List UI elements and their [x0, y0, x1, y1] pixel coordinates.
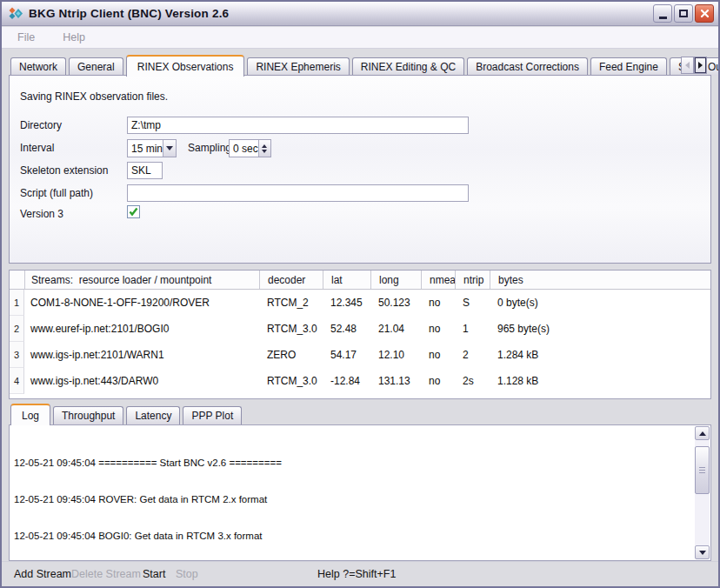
log-line: 12-05-21 09:45:04 ROVER: Get data in RTC…	[14, 493, 691, 505]
cell-nmea: no	[421, 342, 455, 368]
cell-mountpoint: www.igs-ip.net:2101/WARN1	[24, 342, 259, 368]
checkmark-icon	[129, 207, 138, 217]
tab-rinex-observations[interactable]: RINEX Observations	[126, 55, 245, 77]
close-button[interactable]	[695, 4, 714, 23]
cell-ntrip: 2	[455, 342, 490, 368]
skeleton-extension-input[interactable]	[127, 162, 163, 179]
tab-ppp-plot[interactable]: PPP Plot	[183, 406, 242, 424]
bottom-tab-bar: Log Throughput Latency PPP Plot	[10, 404, 242, 424]
cell-decoder: RTCM_3.0	[259, 316, 323, 342]
sampling-label: Sampling	[188, 142, 231, 154]
minimize-icon	[659, 17, 667, 19]
menu-bar: File Help	[2, 27, 718, 49]
header-lat: lat	[323, 271, 370, 289]
cell-lat: -12.84	[323, 368, 370, 394]
skeleton-extension-label: Skeleton extension	[20, 164, 108, 177]
version3-checkbox[interactable]	[127, 205, 140, 218]
cell-decoder: ZERO	[259, 342, 323, 368]
table-row[interactable]: 3 www.igs-ip.net:2101/WARN1 ZERO 54.17 1…	[10, 342, 710, 368]
scrollbar-down-icon	[699, 551, 706, 555]
spin-down-icon	[262, 150, 267, 153]
menu-file[interactable]: File	[14, 30, 38, 45]
table-row[interactable]: 1 COM1-8-NONE-1-OFF-19200/ROVER RTCM_2 1…	[10, 290, 710, 316]
cell-long: 131.13	[370, 368, 421, 394]
tab-rinex-editing-qc[interactable]: RINEX Editing & QC	[352, 57, 464, 76]
interval-dropdown-button[interactable]	[163, 140, 176, 157]
header-rownum	[10, 271, 24, 289]
header-bytes: bytes	[490, 271, 710, 289]
log-line: 12-05-21 09:45:04 ========== Start BNC v…	[14, 457, 691, 469]
row-number: 3	[10, 342, 24, 368]
tab-scroll-left-button[interactable]	[681, 57, 694, 74]
cell-long: 21.04	[370, 316, 421, 342]
interval-select[interactable]: 15 min	[127, 139, 177, 157]
footer-bar: Add Stream Delete Stream Start Stop Help…	[2, 561, 718, 586]
sampling-stepper[interactable]: 0 sec	[229, 139, 271, 157]
cell-ntrip: 1	[455, 316, 490, 342]
table-row[interactable]: 4 www.igs-ip.net:443/DARW0 RTCM_3.0 -12.…	[10, 368, 710, 394]
cell-bytes: 1.128 kB	[490, 368, 710, 394]
log-panel[interactable]: 12-05-21 09:45:04 ========== Start BNC v…	[9, 424, 711, 561]
header-ntrip: ntrip	[455, 271, 490, 289]
bnc-window: BKG Ntrip Client (BNC) Version 2.6 File …	[0, 0, 720, 588]
cell-bytes: 1.284 kB	[490, 342, 710, 368]
help-shortcut-label: Help ?=Shift+F1	[317, 568, 396, 580]
tab-network[interactable]: Network	[10, 57, 66, 76]
delete-stream-button[interactable]: Delete Stream	[71, 568, 141, 580]
cell-long: 12.10	[370, 342, 421, 368]
start-button[interactable]: Start	[143, 568, 165, 580]
maximize-button[interactable]	[674, 4, 693, 23]
cell-mountpoint: www.igs-ip.net:443/DARW0	[24, 368, 259, 394]
directory-input[interactable]	[127, 117, 469, 134]
row-number: 1	[10, 290, 24, 316]
scrollbar-up-button[interactable]	[695, 426, 710, 440]
spin-up-icon	[262, 144, 267, 148]
script-path-label: Script (full path)	[20, 187, 93, 199]
directory-label: Directory	[20, 119, 62, 131]
tab-feed-engine[interactable]: Feed Engine	[590, 57, 667, 76]
sampling-spin-buttons[interactable]	[258, 140, 270, 157]
bnc-logo-icon	[8, 6, 23, 22]
header-nmea: nmea	[421, 271, 455, 289]
cell-lat: 54.17	[323, 342, 370, 368]
tab-scroll-right-button[interactable]	[694, 57, 707, 74]
cell-nmea: no	[421, 316, 455, 342]
scrollbar-thumb[interactable]	[695, 446, 710, 494]
cell-decoder: RTCM_2	[259, 290, 323, 316]
panel-description: Saving RINEX observation files.	[20, 90, 168, 103]
main-tab-bar: Network General RINEX Observations RINEX…	[10, 54, 720, 76]
cell-long: 50.123	[370, 290, 421, 316]
streams-table: Streams: resource loader / mountpoint de…	[9, 270, 711, 399]
row-number: 4	[10, 368, 24, 394]
cell-nmea: no	[421, 290, 455, 316]
tab-latency[interactable]: Latency	[126, 406, 180, 424]
add-stream-button[interactable]: Add Stream	[14, 568, 71, 580]
interval-label: Interval	[20, 142, 54, 154]
streams-table-header: Streams: resource loader / mountpoint de…	[10, 271, 710, 290]
row-number: 2	[10, 316, 24, 342]
title-bar: BKG Ntrip Client (BNC) Version 2.6	[2, 2, 718, 26]
tab-rinex-ephemeris[interactable]: RINEX Ephemeris	[247, 57, 349, 76]
cell-decoder: RTCM_3.0	[259, 368, 323, 394]
script-path-input[interactable]	[127, 184, 469, 202]
cell-lat: 12.345	[323, 290, 370, 316]
minimize-button[interactable]	[653, 4, 672, 23]
cell-lat: 52.48	[323, 316, 370, 342]
cell-nmea: no	[421, 368, 455, 394]
cell-mountpoint: COM1-8-NONE-1-OFF-19200/ROVER	[24, 290, 259, 316]
tab-general[interactable]: General	[69, 57, 123, 76]
scrollbar-up-icon	[699, 431, 706, 436]
cell-mountpoint: www.euref-ip.net:2101/BOGI0	[24, 316, 259, 342]
tab-broadcast-corrections[interactable]: Broadcast Corrections	[467, 57, 588, 76]
menu-help[interactable]: Help	[59, 30, 89, 45]
cell-bytes: 0 byte(s)	[490, 290, 710, 316]
tab-scroll-right-icon	[698, 62, 703, 69]
tab-log[interactable]: Log	[10, 404, 50, 425]
log-scrollbar[interactable]	[695, 426, 710, 559]
tab-scroll-buttons	[681, 57, 707, 74]
tab-throughput[interactable]: Throughput	[53, 406, 123, 424]
stop-button[interactable]: Stop	[176, 568, 198, 580]
rinex-observations-panel: Saving RINEX observation files. Director…	[9, 75, 711, 264]
scrollbar-down-button[interactable]	[695, 545, 710, 559]
table-row[interactable]: 2 www.euref-ip.net:2101/BOGI0 RTCM_3.0 5…	[10, 316, 710, 342]
